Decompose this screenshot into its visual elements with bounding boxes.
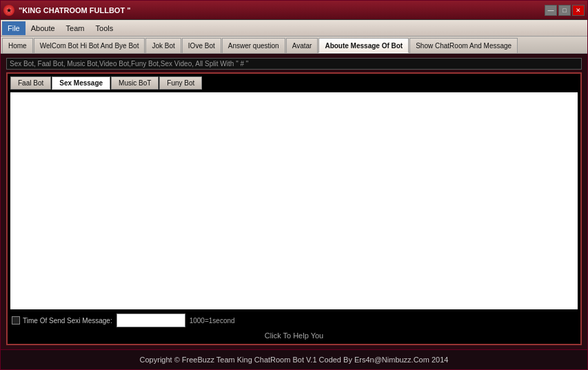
tab-home[interactable]: Home (2, 38, 33, 53)
bottom-controls: Time Of Send Sexi Message: 1000=1second (10, 311, 578, 330)
tab-answer-question[interactable]: Answer question (222, 38, 285, 53)
sub-header: Sex Bot, Faal Bot, Music Bot,Video Bot,F… (6, 58, 582, 70)
menu-tools[interactable]: Tools (90, 21, 119, 35)
message-area[interactable] (10, 92, 578, 309)
tab-jok-bot[interactable]: Jok Bot (145, 38, 181, 53)
sub-tab-funy-bot[interactable]: Funy Bot (159, 76, 202, 90)
footer: Copyright © FreeBuzz Team King ChatRoom … (1, 349, 587, 369)
sub-tab-music-bot[interactable]: Music BoT (111, 76, 159, 90)
help-text: Click To Help You (10, 330, 578, 341)
menu-bar: File Aboute Team Tools (1, 20, 587, 37)
tab-iove-bot[interactable]: IOve Bot (182, 38, 221, 53)
checkbox-area: Time Of Send Sexi Message: (12, 316, 112, 325)
tab-show-chatroom[interactable]: Show ChatRoom And Message (409, 38, 518, 53)
main-window: ★ "KING CHATROOM FULLBOT " — □ ✕ File Ab… (0, 0, 588, 370)
inner-panel: Faal Bot Sex Message Music BoT Funy Bot … (6, 72, 582, 345)
minimize-button[interactable]: — (545, 5, 557, 16)
menu-file[interactable]: File (2, 21, 26, 35)
app-icon: ★ (3, 5, 14, 16)
send-time-label: Time Of Send Sexi Message: (23, 317, 112, 325)
tab-welcome-bot[interactable]: WelCom Bot Hi Bot And Bye Bot (34, 38, 145, 53)
tab-aboute-message[interactable]: Aboute Message Of Bot (318, 38, 409, 53)
sub-header-text: Sex Bot, Faal Bot, Music Bot,Video Bot,F… (10, 60, 248, 68)
sub-tab-faal-bot[interactable]: Faal Bot (10, 76, 51, 90)
sub-tabs: Faal Bot Sex Message Music BoT Funy Bot (10, 76, 578, 90)
window-title: "KING CHATROOM FULLBOT " (19, 6, 130, 14)
tab-avatar[interactable]: Avatar (286, 38, 318, 53)
send-time-checkbox[interactable] (12, 316, 20, 325)
menu-team[interactable]: Team (61, 21, 90, 35)
main-tabs: Home WelCom Bot Hi Bot And Bye Bot Jok B… (1, 37, 587, 54)
body-area: Sex Bot, Faal Bot, Music Bot,Video Bot,F… (1, 54, 587, 349)
window-controls: — □ ✕ (545, 5, 585, 16)
menu-aboute[interactable]: Aboute (26, 21, 61, 35)
footer-text: Copyright © FreeBuzz Team King ChatRoom … (140, 356, 449, 364)
title-bar-left: ★ "KING CHATROOM FULLBOT " (3, 5, 130, 16)
title-bar: ★ "KING CHATROOM FULLBOT " — □ ✕ (1, 1, 587, 20)
time-input[interactable] (116, 314, 185, 327)
second-label: 1000=1second (190, 317, 235, 325)
close-button[interactable]: ✕ (572, 5, 585, 16)
maximize-button[interactable]: □ (558, 5, 571, 16)
sub-tab-sex-message[interactable]: Sex Message (52, 76, 110, 90)
